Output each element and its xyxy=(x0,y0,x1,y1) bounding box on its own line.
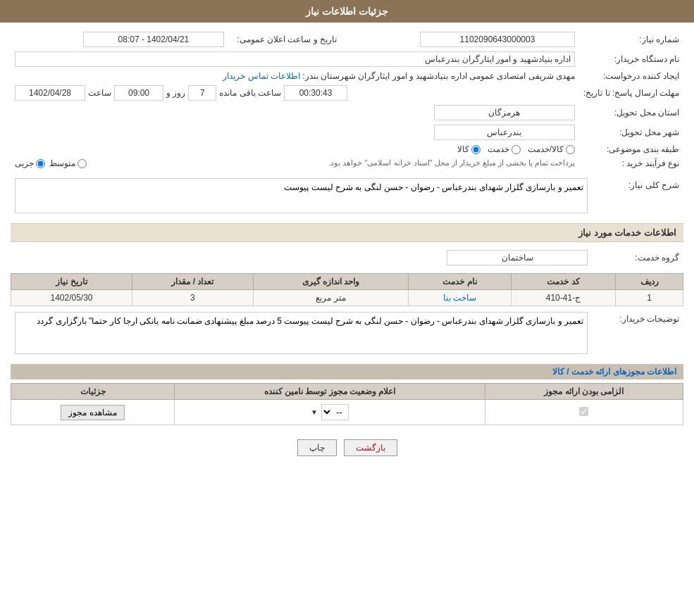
permissions-table: الزامی بودن ارائه مجوز اعلام وضعیت مجوز … xyxy=(11,383,683,425)
main-content: شماره نیاز: 1102090643000003 تاریخ و ساع… xyxy=(0,23,694,474)
cell-unit: متر مربع xyxy=(253,290,408,306)
need-number-label: شماره نیاز: xyxy=(579,30,683,49)
city-value: بندرعباس xyxy=(11,122,579,142)
city-box: بندرعباس xyxy=(434,125,575,140)
permit-status-cell: -- ▼ xyxy=(175,400,485,425)
col-permit-details: جزئیات xyxy=(11,384,175,400)
city-label: شهر محل تحویل: xyxy=(579,122,683,142)
row-deadline: مهلت ارسال پاسخ: تا تاریخ: 00:30:43 ساعت… xyxy=(11,83,683,103)
purchase-type-text: پرداخت تمام یا بخشی از مبلغ خریدار از مح… xyxy=(91,158,575,168)
cell-code: ج-41-410 xyxy=(511,290,615,306)
need-description-table: شرح کلی نیاز: xyxy=(11,176,683,218)
col-name: نام خدمت xyxy=(409,274,512,290)
service-group-table: گروه خدمت: ساختمان xyxy=(11,248,683,268)
row-need-description: شرح کلی نیاز: xyxy=(11,176,683,218)
col-unit: واحد اندازه گیری xyxy=(253,274,408,290)
service-info-header: اطلاعات خدمات مورد نیاز xyxy=(11,223,683,242)
row-province: استان محل تحویل: هرمزگان xyxy=(11,103,683,122)
deadline-date-box: 1402/04/28 xyxy=(15,85,85,101)
buyer-notes-label: توضیحات خریدار: xyxy=(592,310,683,358)
print-button[interactable]: چاپ xyxy=(297,439,337,456)
row-need-number: شماره نیاز: 1102090643000003 تاریخ و ساع… xyxy=(11,30,683,49)
purchase-type-value: پرداخت تمام یا بخشی از مبلغ خریدار از مح… xyxy=(11,156,579,170)
buyer-notes-textarea xyxy=(15,312,588,354)
permit-details-cell: مشاهده مجوز xyxy=(11,400,175,425)
date-time-box: 1402/04/21 - 08:07 xyxy=(83,32,224,47)
page-container: جزئیات اطلاعات نیاز شماره نیاز: 11020906… xyxy=(0,0,694,616)
date-time-label: تاریخ و ساعت اعلان عمومی: xyxy=(228,30,341,49)
permissions-table-body: -- ▼ مشاهده مجوز xyxy=(11,400,683,425)
buyer-notes-value xyxy=(11,310,592,358)
creator-label: ایجاد کننده درخواست: xyxy=(579,69,683,83)
action-buttons: بازگشت چاپ xyxy=(11,429,683,467)
deadline-label: مهلت ارسال پاسخ: تا تاریخ: xyxy=(579,83,683,103)
province-label: استان محل تحویل: xyxy=(579,103,683,122)
col-code: کد خدمت xyxy=(511,274,615,290)
category-radio-kala-input[interactable] xyxy=(471,145,481,154)
cell-qty: 3 xyxy=(132,290,254,306)
table-row: 1 ج-41-410 ساخت بنا متر مربع 3 1402/05/3… xyxy=(11,290,683,306)
buyer-notes-table: توضیحات خریدار: xyxy=(11,310,683,358)
services-data-table: ردیف کد خدمت نام خدمت واحد اندازه گیری ت… xyxy=(11,273,683,306)
date-time-value: 1402/04/21 - 08:07 xyxy=(11,30,228,49)
row-purchase-type: نوع فرآیند خرید : پرداخت تمام یا بخشی از… xyxy=(11,156,683,170)
buyer-org-label: نام دستگاه خریدار: xyxy=(579,49,683,69)
remaining-time-box: 00:30:43 xyxy=(284,85,347,101)
permits-section-link[interactable]: اطلاعات مجوزهای ارائه خدمت / کالا xyxy=(552,367,676,377)
permit-required-cell xyxy=(485,400,683,425)
back-button[interactable]: بازگشت xyxy=(344,439,397,456)
deadline-values: 00:30:43 ساعت باقی مانده 7 روز و 09:00 س… xyxy=(11,83,579,103)
row-buyer-notes: توضیحات خریدار: xyxy=(11,310,683,358)
category-radio-kala-khedmat-input[interactable] xyxy=(566,145,575,154)
need-number-value: 1102090643000003 xyxy=(341,30,579,49)
purchase-type-label: نوع فرآیند خرید : xyxy=(579,156,683,170)
row-category: طبقه بندی موضوعی: کالا/خدمت خدمت xyxy=(11,142,683,156)
page-header: جزئیات اطلاعات نیاز xyxy=(0,0,694,23)
services-table-header-row: ردیف کد خدمت نام خدمت واحد اندازه گیری ت… xyxy=(11,274,683,290)
remaining-label: ساعت باقی مانده xyxy=(219,88,281,98)
table-row: -- ▼ مشاهده مجوز xyxy=(11,400,683,425)
permit-status-select[interactable]: -- xyxy=(321,404,349,420)
row-city: شهر محل تحویل: بندرعباس xyxy=(11,122,683,142)
row-creator: ایجاد کننده درخواست: مهدی شریفی امتصادی … xyxy=(11,69,683,83)
purchase-type-radio-small[interactable]: جزیی xyxy=(15,158,45,168)
service-group-box: ساختمان xyxy=(447,250,588,265)
cell-name: ساخت بنا xyxy=(409,290,512,306)
permissions-header-row: الزامی بودن ارائه مجوز اعلام وضعیت مجوز … xyxy=(11,384,683,400)
permits-section-label: اطلاعات مجوزهای ارائه خدمت / کالا xyxy=(11,364,683,379)
col-permit-status: اعلام وضعیت مجوز توسط نامین کننده xyxy=(175,384,485,400)
cell-row: 1 xyxy=(616,290,683,306)
purchase-type-radio-medium[interactable]: متوسط xyxy=(49,158,87,168)
buyer-org-box: اداره بنیادشهید و امور ایثارگران بندرعبا… xyxy=(15,51,575,67)
show-permit-button[interactable]: مشاهده مجوز xyxy=(61,405,124,420)
day-label: روز و xyxy=(166,88,185,98)
row-service-group: گروه خدمت: ساختمان xyxy=(11,248,683,268)
services-table-head: ردیف کد خدمت نام خدمت واحد اندازه گیری ت… xyxy=(11,274,683,290)
info-table: شماره نیاز: 1102090643000003 تاریخ و ساع… xyxy=(11,30,683,170)
creator-text: مهدی شریفی امتصادی عمومی اداره بنیادشهید… xyxy=(302,71,575,81)
purchase-type-radio-medium-label: متوسط xyxy=(49,158,75,168)
category-radio-khedmat-label: خدمت xyxy=(488,144,509,154)
time-label: ساعت xyxy=(88,88,111,98)
category-radio-kala-khedmat-label: کالا/خدمت xyxy=(528,144,564,154)
creator-value: مهدی شریفی امتصادی عمومی اداره بنیادشهید… xyxy=(11,69,579,83)
category-value: کالا/خدمت خدمت کالا xyxy=(11,142,579,156)
purchase-type-radio-small-input[interactable] xyxy=(36,159,45,168)
permissions-table-head: الزامی بودن ارائه مجوز اعلام وضعیت مجوز … xyxy=(11,384,683,400)
col-row: ردیف xyxy=(616,274,683,290)
category-radio-khedmat-input[interactable] xyxy=(512,145,521,154)
creator-link[interactable]: اطلاعات تماس خریدار xyxy=(223,71,300,81)
buyer-org-value: اداره بنیادشهید و امور ایثارگران بندرعبا… xyxy=(11,49,579,69)
purchase-type-radio-medium-input[interactable] xyxy=(78,159,87,168)
category-radio-kala[interactable]: کالا xyxy=(457,144,481,154)
purchase-type-radio-small-label: جزیی xyxy=(15,158,34,168)
category-radio-kala-khedmat[interactable]: کالا/خدمت xyxy=(528,144,575,154)
service-group-value: ساختمان xyxy=(11,248,592,268)
permit-required-checkbox xyxy=(579,407,588,416)
category-radio-khedmat[interactable]: خدمت xyxy=(488,144,521,154)
day-value-box: 7 xyxy=(188,85,216,101)
need-description-value xyxy=(11,176,592,218)
services-table-body: 1 ج-41-410 ساخت بنا متر مربع 3 1402/05/3… xyxy=(11,290,683,306)
category-label: طبقه بندی موضوعی: xyxy=(579,142,683,156)
row-buyer-org: نام دستگاه خریدار: اداره بنیادشهید و امو… xyxy=(11,49,683,69)
